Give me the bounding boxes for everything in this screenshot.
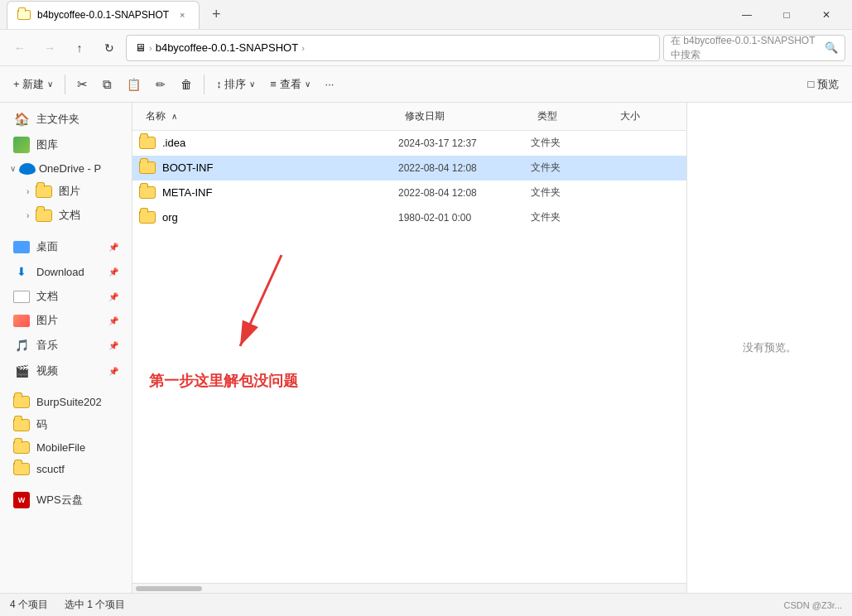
sidebar-item-desktop[interactable]: 桌面 📌 [3,235,128,258]
more-button[interactable]: ··· [319,71,341,98]
breadcrumb-separator2: › [301,43,305,53]
sidebar-item-gallery[interactable]: 图库 [3,132,128,157]
sort-button[interactable]: ↕ 排序 ∨ [209,71,262,98]
file-name: .idea [162,137,185,149]
sidebar-gallery-label: 图库 [36,137,58,152]
cut-icon: ✂ [77,77,88,92]
col-sort-arrow: ∧ [171,112,177,121]
search-box[interactable]: 在 b4bycoffee-0.0.1-SNAPSHOT 中搜索 🔍 [663,35,845,61]
tab-close-button[interactable]: × [176,8,189,22]
new-button[interactable]: + 新建 ∨ [7,71,60,98]
toolbar-separator1 [65,75,65,94]
preview-button[interactable]: □ 预览 [801,71,845,98]
close-button[interactable]: ✕ [807,0,845,30]
sidebar-music-label: 音乐 [36,338,58,353]
sidebar-item-home[interactable]: 🏠 主文件夹 [3,107,128,132]
maximize-button[interactable]: □ [768,0,806,30]
col-type-label: 类型 [537,110,557,122]
sidebar-item-burpsuite[interactable]: BurpSuite202 [3,392,128,412]
col-header-type[interactable]: 类型 [531,106,614,127]
cut-button[interactable]: ✂ [70,71,94,98]
breadcrumb-path: b4bycoffee-0.0.1-SNAPSHOT [156,41,298,54]
up-button[interactable]: ↑ [66,35,93,61]
search-placeholder: 在 b4bycoffee-0.0.1-SNAPSHOT 中搜索 [671,34,820,62]
sidebar-item-onedrive[interactable]: ∨ OneDrive - P [3,158,128,179]
col-header-size[interactable]: 大小 [614,106,680,127]
sidebar-pictures-label: 图片 [59,184,80,199]
docs2-icon [13,291,30,303]
annotation-text: 第一步这里解包没问题 [149,371,298,391]
copy-icon: ⧉ [103,77,112,92]
sidebar-item-mobilefile[interactable]: MobileFile [3,437,128,458]
col-name-label: 名称 [146,110,166,122]
col-header-date[interactable]: 修改日期 [398,106,531,127]
paste-icon: 📋 [127,78,141,91]
breadcrumb[interactable]: 🖥 › b4bycoffee-0.0.1-SNAPSHOT › [126,35,660,61]
sidebar-item-documents[interactable]: › 文档 [3,204,128,227]
sidebar-home-label: 主文件夹 [36,112,79,127]
tab-label: b4bycoffee-0.0.1-SNAPSHOT [37,9,169,21]
status-count: 4 个项目 [10,598,48,612]
sidebar-downloads-label: Download [36,266,84,278]
home-icon: 🏠 [13,111,30,128]
minimize-button[interactable]: — [728,0,766,30]
window: b4bycoffee-0.0.1-SNAPSHOT × + — □ ✕ ← → … [0,0,852,616]
new-arrow-icon: ∨ [47,79,53,89]
table-row[interactable]: BOOT-INF 2022-08-04 12:08 文件夹 [132,156,686,180]
copy-button[interactable]: ⧉ [96,71,118,98]
sidebar-item-music[interactable]: 🎵 音乐 📌 [3,333,128,358]
breadcrumb-separator: › [149,43,152,53]
refresh-button[interactable]: ↻ [96,35,123,61]
sidebar-images2-label: 图片 [36,313,58,328]
delete-icon: 🗑 [181,78,192,91]
onedrive-chevron: ∨ [10,164,16,173]
search-icon: 🔍 [825,41,838,54]
sidebar-item-wps[interactable]: W WPS云盘 [3,488,128,513]
table-row[interactable]: org 1980-02-01 0:00 文件夹 [132,205,686,230]
tab-active[interactable]: b4bycoffee-0.0.1-SNAPSHOT × [7,1,200,29]
table-row[interactable]: META-INF 2022-08-04 12:08 文件夹 [132,180,686,205]
col-header-name[interactable]: 名称 ∧ [139,106,398,127]
file-date: 1980-02-01 0:00 [398,212,531,224]
annotation-area: 第一步这里解包没问题 [132,230,686,462]
sidebar-item-ma[interactable]: 码 [3,413,128,436]
main-content: 🏠 主文件夹 图库 ∨ OneDrive - P › 图片 › 文档 [0,103,852,593]
sidebar-item-downloads[interactable]: ⬇ Download 📌 [3,259,128,284]
file-name: META-INF [162,186,212,199]
delete-button[interactable]: 🗑 [174,71,199,98]
toolbar: + 新建 ∨ ✂ ⧉ 📋 ✏ 🗑 ↕ 排序 ∨ ≡ 查看 ∨ ··· [0,66,852,103]
horizontal-scrollbar[interactable] [132,583,686,593]
tab-folder-icon [17,10,31,20]
preview-area: 没有预览。 [686,103,852,593]
images2-pin-icon: 📌 [108,316,118,325]
forward-button[interactable]: → [36,35,63,61]
sidebar-wps-label: WPS云盘 [36,493,83,508]
pictures-folder-icon [36,185,52,198]
rename-button[interactable]: ✏ [149,71,172,98]
sidebar-item-video[interactable]: 🎬 视频 📌 [3,359,128,383]
scrollbar-thumb[interactable] [136,586,202,591]
file-type: 文件夹 [531,210,614,224]
paste-button[interactable]: 📋 [120,71,147,98]
sidebar-item-images2[interactable]: 图片 📌 [3,309,128,332]
download-icon: ⬇ [13,263,30,280]
folder-icon [139,186,156,199]
sidebar-desktop-label: 桌面 [36,239,58,254]
sidebar-item-docs2[interactable]: 文档 📌 [3,285,128,308]
view-button[interactable]: ≡ 查看 ∨ [263,71,316,98]
sidebar-item-pictures[interactable]: › 图片 [3,180,128,203]
sidebar-item-scuctf[interactable]: scuctf [3,459,128,479]
file-type: 文件夹 [531,185,614,200]
back-button[interactable]: ← [7,35,33,61]
table-row[interactable]: .idea 2024-03-17 12:37 文件夹 [132,131,686,156]
file-type: 文件夹 [531,161,614,175]
view-arrow-icon: ∨ [305,79,310,89]
gallery-icon [13,137,30,153]
status-bar: 4 个项目 选中 1 个项目 CSDN @Z3r... [0,593,852,616]
file-list-header: 名称 ∧ 修改日期 类型 大小 [132,103,686,131]
sidebar-burpsuite-label: BurpSuite202 [36,396,102,408]
title-bar: b4bycoffee-0.0.1-SNAPSHOT × + — □ ✕ [0,0,852,30]
music-pin-icon: 📌 [108,341,118,350]
sidebar-onedrive-label: OneDrive - P [39,162,101,175]
new-tab-button[interactable]: + [205,3,228,26]
